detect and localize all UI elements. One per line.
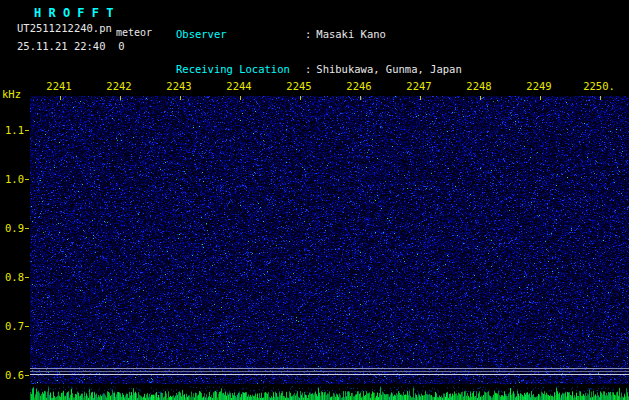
time-tick-label: 2243: [149, 80, 209, 92]
freq-unit-label: kHz: [2, 88, 21, 100]
freq-tick-label: 0.8: [0, 271, 24, 283]
app-title: H R O F F T: [34, 6, 113, 20]
time-tick-label: 2250.: [569, 80, 629, 92]
freq-tick-mark: [25, 326, 29, 327]
output-filename: UT2511212240.pn: [17, 22, 112, 34]
freq-tick-label: 1.0: [0, 173, 24, 185]
info-value: Shibukawa, Gunma, Japan: [316, 63, 461, 75]
hrofft-screen: H R O F F T UT2511212240.pn meteor 25.11…: [0, 0, 629, 400]
freq-tick-mark: [25, 228, 29, 229]
info-label: Observer: [176, 29, 305, 41]
freq-tick-mark: [25, 277, 29, 278]
freq-tick-mark: [25, 375, 29, 376]
time-tick-label: 2245: [269, 80, 329, 92]
time-tick-label: 2249: [509, 80, 569, 92]
spectrogram-canvas: [30, 96, 629, 384]
freq-tick-mark: [25, 130, 29, 131]
freq-tick-label: 0.7: [0, 320, 24, 332]
info-colon: :: [305, 28, 311, 40]
freq-tick-label: 0.6: [0, 369, 24, 381]
info-label: Receiving Location: [176, 64, 305, 76]
freq-tick-mark: [25, 179, 29, 180]
info-row-location: Receiving Location:Shibukawa, Gunma, Jap…: [176, 64, 512, 76]
time-tick-label: 2244: [209, 80, 269, 92]
info-value: Masaki Kano: [316, 28, 386, 40]
freq-tick-label: 1.1: [0, 124, 24, 136]
time-tick-label: 2241: [29, 80, 89, 92]
time-tick-label: 2242: [89, 80, 149, 92]
time-tick-label: 2248: [449, 80, 509, 92]
time-tick-label: 2247: [389, 80, 449, 92]
station-label: meteor: [116, 27, 152, 38]
datetime-counter: 25.11.21 22:40 0: [17, 40, 124, 52]
time-tick-label: 2246: [329, 80, 389, 92]
signal-level-strip: [30, 386, 629, 400]
info-colon: :: [305, 63, 311, 75]
freq-tick-label: 0.9: [0, 222, 24, 234]
info-row-observer: Observer:Masaki Kano: [176, 29, 512, 41]
time-axis: 2241 2242 2243 2244 2245 2246 2247 2248 …: [29, 80, 629, 92]
